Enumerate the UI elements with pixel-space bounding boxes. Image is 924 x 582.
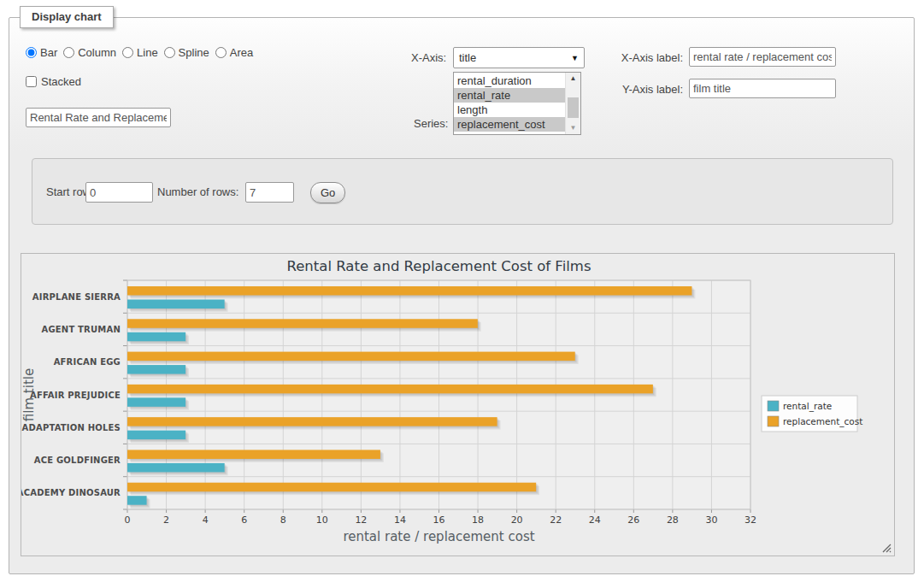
series-option-length[interactable]: length bbox=[454, 103, 565, 117]
chart-type-radio-area[interactable] bbox=[215, 47, 227, 58]
svg-text:32: 32 bbox=[744, 514, 756, 526]
series-multiselect[interactable]: rental_durationrental_ratelengthreplacem… bbox=[453, 72, 581, 135]
bar-rental_rate-1 bbox=[127, 332, 185, 342]
legend-label-rental_rate: rental_rate bbox=[783, 401, 832, 412]
series-options: rental_durationrental_ratelengthreplacem… bbox=[454, 73, 565, 134]
x-axis-title: rental rate / replacement cost bbox=[343, 529, 534, 544]
svg-text:6: 6 bbox=[241, 514, 247, 526]
scroll-down-icon[interactable]: ▼ bbox=[566, 122, 580, 134]
chart-type-radio-spline[interactable] bbox=[164, 47, 175, 58]
fieldset-legend: Display chart bbox=[20, 6, 114, 28]
chart-type-label: Spline bbox=[179, 46, 209, 59]
bar-rental_rate-5 bbox=[127, 463, 225, 473]
bar-rental_rate-4 bbox=[127, 431, 185, 439]
stacked-checkbox-row[interactable]: Stacked bbox=[26, 75, 81, 88]
x-axis-selected-value: title bbox=[459, 51, 476, 64]
chart-type-label: Bar bbox=[40, 46, 57, 59]
number-of-rows-label: Number of rows: bbox=[157, 185, 238, 198]
svg-text:AGENT TRUMAN: AGENT TRUMAN bbox=[41, 325, 121, 334]
bar-replacement_cost-0 bbox=[127, 286, 692, 296]
chart-title: Rental Rate and Replacement Cost of Film… bbox=[287, 258, 591, 274]
chart-type-label: Line bbox=[137, 46, 158, 59]
chart-title-input[interactable] bbox=[26, 108, 171, 127]
svg-text:ACADEMY DINOSAUR: ACADEMY DINOSAUR bbox=[21, 488, 121, 497]
chart-type-radio-column[interactable] bbox=[63, 47, 74, 58]
chart-canvas: Rental Rate and Replacement Cost of Film… bbox=[21, 254, 894, 556]
series-scrollbar[interactable]: ▲ ▼ bbox=[565, 73, 580, 134]
chart-type-radio-line[interactable] bbox=[122, 47, 133, 58]
stacked-label: Stacked bbox=[41, 75, 81, 88]
y-axis-title: film title bbox=[21, 368, 37, 421]
svg-text:18: 18 bbox=[472, 514, 484, 526]
scrollbar-thumb[interactable] bbox=[568, 97, 579, 118]
chart-type-area[interactable]: Area bbox=[215, 46, 253, 59]
legend-swatch-replacement_cost bbox=[768, 416, 779, 426]
svg-text:24: 24 bbox=[589, 514, 601, 526]
svg-text:8: 8 bbox=[280, 514, 286, 526]
svg-text:0: 0 bbox=[125, 514, 131, 526]
chart-type-line[interactable]: Line bbox=[122, 46, 158, 59]
y-axis-label-field-label: Y-Axis label: bbox=[618, 83, 683, 96]
row-range-panel: Start row: Number of rows: Go bbox=[32, 158, 893, 225]
bar-replacement_cost-6 bbox=[127, 483, 536, 492]
svg-text:28: 28 bbox=[667, 514, 679, 526]
chart-container: Rental Rate and Replacement Cost of Film… bbox=[21, 253, 895, 556]
legend-swatch-rental_rate bbox=[768, 401, 779, 411]
svg-text:4: 4 bbox=[203, 514, 209, 526]
svg-text:AFRICAN EGG: AFRICAN EGG bbox=[54, 357, 121, 367]
series-option-rental_duration[interactable]: rental_duration bbox=[454, 73, 565, 88]
bar-replacement_cost-2 bbox=[127, 352, 575, 362]
chart-type-radio-group: BarColumnLineSplineArea bbox=[26, 46, 253, 59]
x-axis-select-label: X-Axis: bbox=[411, 51, 446, 64]
chart-type-column[interactable]: Column bbox=[63, 46, 116, 59]
bar-rental_rate-6 bbox=[127, 496, 147, 505]
x-axis-select[interactable]: title ▼ bbox=[453, 47, 585, 68]
resize-grip-icon[interactable] bbox=[882, 544, 892, 553]
svg-text:12: 12 bbox=[355, 514, 367, 526]
svg-text:10: 10 bbox=[316, 514, 328, 526]
chart-type-label: Area bbox=[230, 46, 253, 59]
svg-text:22: 22 bbox=[550, 514, 562, 526]
chart-type-spline[interactable]: Spline bbox=[164, 46, 209, 59]
go-button[interactable]: Go bbox=[310, 182, 345, 203]
svg-text:ACE GOLDFINGER: ACE GOLDFINGER bbox=[34, 456, 121, 465]
legend-label-replacement_cost: replacement_cost bbox=[783, 416, 862, 427]
x-axis-label-field-label: X-Axis label: bbox=[618, 51, 683, 64]
chart-type-radio-bar[interactable] bbox=[26, 47, 37, 58]
chart-x-ticks: 02468101214161820222426283032 bbox=[125, 514, 757, 526]
svg-text:16: 16 bbox=[433, 514, 445, 526]
bar-replacement_cost-5 bbox=[127, 450, 380, 459]
series-option-rental_rate[interactable]: rental_rate bbox=[454, 88, 565, 103]
bar-rental_rate-3 bbox=[127, 397, 185, 407]
svg-text:30: 30 bbox=[705, 514, 717, 526]
scroll-up-icon[interactable]: ▲ bbox=[566, 73, 580, 85]
x-axis-label-input[interactable] bbox=[689, 47, 836, 67]
svg-text:20: 20 bbox=[511, 514, 523, 526]
chart-type-bar[interactable]: Bar bbox=[26, 46, 57, 59]
bar-replacement_cost-3 bbox=[127, 385, 653, 394]
svg-text:2: 2 bbox=[163, 514, 169, 526]
start-row-input[interactable] bbox=[85, 182, 153, 203]
bar-replacement_cost-4 bbox=[127, 417, 497, 426]
series-select-label: Series: bbox=[414, 117, 448, 130]
svg-text:26: 26 bbox=[627, 514, 639, 526]
chart-legend: rental_ratereplacement_cost bbox=[762, 396, 862, 432]
bar-rental_rate-2 bbox=[127, 365, 185, 374]
bar-rental_rate-0 bbox=[127, 300, 225, 309]
svg-text:14: 14 bbox=[394, 514, 406, 526]
svg-text:ADAPTATION HOLES: ADAPTATION HOLES bbox=[22, 423, 121, 432]
bar-replacement_cost-1 bbox=[127, 319, 478, 328]
stacked-checkbox[interactable] bbox=[26, 76, 37, 87]
y-axis-label-input[interactable] bbox=[689, 79, 836, 98]
series-option-replacement_cost[interactable]: replacement_cost bbox=[454, 117, 565, 132]
chevron-down-icon: ▼ bbox=[571, 54, 579, 62]
chart-type-label: Column bbox=[78, 46, 116, 59]
svg-text:AFFAIR PREJUDICE: AFFAIR PREJUDICE bbox=[30, 391, 121, 400]
svg-text:AIRPLANE SIERRA: AIRPLANE SIERRA bbox=[32, 292, 121, 302]
number-of-rows-input[interactable] bbox=[245, 182, 294, 203]
page: Display chart BarColumnLineSplineArea St… bbox=[0, 0, 924, 582]
